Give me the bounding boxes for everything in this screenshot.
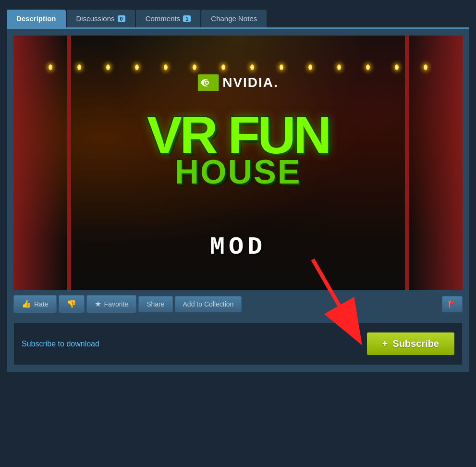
light-bulb [280, 64, 283, 70]
image-inner: NVIDIA. VR FUN HOUSE MOD [13, 36, 463, 290]
light-bulb [49, 64, 52, 70]
light-bulb [106, 64, 110, 70]
light-bulb [366, 64, 370, 70]
arch-left [13, 36, 71, 290]
light-bulb [395, 64, 399, 70]
favorite-button[interactable]: ★ Favorite [86, 295, 137, 313]
share-button[interactable]: Share [138, 296, 172, 312]
nvidia-area: NVIDIA. [197, 74, 279, 91]
vr-fun-house: VR FUN HOUSE [82, 112, 394, 191]
main-container: Description Discussions 0 Comments 1 Cha… [0, 0, 476, 467]
thumbs-down-button[interactable]: 👎 [59, 295, 85, 313]
flag-icon: 🚩 [448, 300, 456, 308]
tab-description[interactable]: Description [7, 10, 66, 27]
light-bulb [308, 64, 312, 70]
lights-row [36, 64, 440, 70]
subscribe-label: Subscribe to download [22, 340, 99, 348]
light-bulb [221, 64, 225, 70]
tab-comments[interactable]: Comments 1 [136, 10, 201, 27]
action-buttons: 👍 Rate 👎 ★ Favorite Share Add to Collect… [13, 290, 463, 318]
vr-fun-text: VR FUN [82, 112, 394, 158]
star-icon: ★ [95, 299, 101, 308]
tab-discussions[interactable]: Discussions 0 [67, 10, 135, 27]
light-bulb [250, 64, 254, 70]
light-bulb [164, 64, 168, 70]
nvidia-logo-icon [197, 74, 219, 91]
add-to-collection-button[interactable]: Add to Collection [175, 296, 242, 312]
light-bulb [77, 64, 81, 70]
nvidia-text: NVIDIA. [222, 75, 279, 90]
plus-icon: + [382, 338, 388, 349]
workshop-image: NVIDIA. VR FUN HOUSE MOD [13, 36, 463, 290]
subscribe-button[interactable]: + Subscribe [367, 332, 454, 355]
thumbs-up-rate-button[interactable]: 👍 Rate [13, 295, 57, 313]
arch-right [405, 36, 463, 290]
thumbs-down-icon: 👎 [67, 299, 76, 308]
subscribe-area: Subscribe to download + Subscribe [13, 322, 463, 365]
mod-text: MOD [210, 233, 267, 261]
tab-bar: Description Discussions 0 Comments 1 Cha… [0, 10, 476, 27]
tab-changenotes[interactable]: Change Notes [201, 10, 267, 27]
thumbs-up-icon: 👍 [22, 299, 31, 308]
light-bulb [337, 64, 341, 70]
flag-button[interactable]: 🚩 [442, 296, 463, 312]
house-text: HOUSE [82, 153, 394, 191]
content-area: NVIDIA. VR FUN HOUSE MOD 👍 Rate 👎 [7, 27, 469, 372]
light-bulb [135, 64, 139, 70]
light-bulb [193, 64, 196, 70]
light-bulb [424, 64, 427, 70]
svg-point-2 [206, 82, 207, 84]
